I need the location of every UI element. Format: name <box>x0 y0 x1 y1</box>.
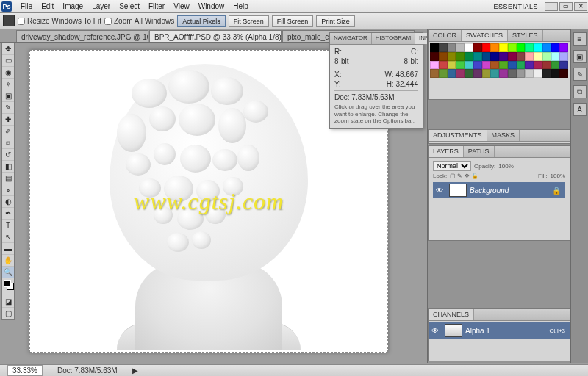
menu-select[interactable]: Select <box>115 1 144 12</box>
swatch[interactable] <box>499 43 508 52</box>
swatch[interactable] <box>517 43 526 52</box>
navigator-tab[interactable]: NAVIGATOR <box>330 33 372 44</box>
masks-tab[interactable]: MASKS <box>487 130 520 141</box>
swatch[interactable] <box>542 69 551 78</box>
swatch[interactable] <box>551 69 560 78</box>
window-minimize-button[interactable]: — <box>545 2 558 11</box>
swatch[interactable] <box>465 61 473 70</box>
swatch[interactable] <box>482 43 491 52</box>
stamp-tool[interactable]: ⧈ <box>2 137 14 149</box>
menu-file[interactable]: File <box>16 1 37 12</box>
adjustments-tab[interactable]: ADJUSTMENTS <box>429 130 487 141</box>
swatch[interactable] <box>508 61 517 70</box>
hand-tool[interactable]: ✋ <box>2 255 14 267</box>
swatch[interactable] <box>559 52 568 61</box>
swatch[interactable] <box>542 43 551 52</box>
swatch[interactable] <box>448 61 456 70</box>
eraser-tool[interactable]: ◧ <box>2 161 14 173</box>
marquee-tool[interactable]: ▭ <box>2 55 14 67</box>
type-tool[interactable]: T <box>2 220 14 231</box>
swatch[interactable] <box>482 61 491 70</box>
swatch[interactable] <box>456 69 465 78</box>
history-brush-tool[interactable]: ↺ <box>2 149 14 161</box>
swatch[interactable] <box>465 52 473 61</box>
pen-tool[interactable]: ✒ <box>2 208 14 220</box>
swatch[interactable] <box>525 43 534 52</box>
status-chevron-icon[interactable]: ▶ <box>132 366 138 375</box>
path-tool[interactable]: ↖ <box>2 231 14 243</box>
swatch[interactable] <box>490 69 499 78</box>
swatch[interactable] <box>508 43 517 52</box>
dodge-tool[interactable]: ◐ <box>2 196 14 208</box>
swatch[interactable] <box>456 61 465 70</box>
swatch[interactable] <box>430 52 439 61</box>
swatch[interactable] <box>473 52 482 61</box>
move-tool[interactable]: ✥ <box>2 43 14 55</box>
swatch[interactable] <box>456 52 465 61</box>
swatch[interactable] <box>542 61 551 70</box>
swatch[interactable] <box>482 52 491 61</box>
brush-panel-icon[interactable]: ✎ <box>573 68 587 81</box>
swatch[interactable] <box>534 61 542 70</box>
histogram-tab[interactable]: HISTOGRAM <box>372 33 415 44</box>
swatch[interactable] <box>534 69 542 78</box>
swatch[interactable] <box>473 61 482 70</box>
swatch[interactable] <box>439 43 448 52</box>
resize-windows-checkbox[interactable]: Resize Windows To Fit <box>18 17 101 25</box>
wand-tool[interactable]: ✧ <box>2 79 14 90</box>
swatch[interactable] <box>448 69 456 78</box>
visibility-icon[interactable]: 👁 <box>433 187 446 195</box>
actions-panel-icon[interactable]: ▣ <box>573 50 587 63</box>
layer-row-background[interactable]: 👁 Background 🔒 <box>433 182 565 198</box>
doc-tab-0[interactable]: driveway_shadow_reference.JPG @ 100% (RG… <box>16 30 148 42</box>
swatch[interactable] <box>456 43 465 52</box>
swatch[interactable] <box>534 52 542 61</box>
swatch[interactable] <box>439 69 448 78</box>
swatch[interactable] <box>499 52 508 61</box>
actual-pixels-button[interactable]: Actual Pixels <box>177 15 226 27</box>
swatches-grid[interactable] <box>429 42 570 79</box>
swatch[interactable] <box>430 43 439 52</box>
swatch[interactable] <box>525 52 534 61</box>
menu-image[interactable]: Image <box>58 1 87 12</box>
swatch[interactable] <box>499 61 508 70</box>
menu-window[interactable]: Window <box>194 1 229 12</box>
swatch[interactable] <box>473 69 482 78</box>
swatch[interactable] <box>430 69 439 78</box>
clone-panel-icon[interactable]: ⧉ <box>573 85 587 98</box>
history-panel-icon[interactable]: ≡ <box>573 32 587 46</box>
eyedropper-tool[interactable]: ✎ <box>2 102 14 114</box>
screenmode-toggle[interactable]: ▢ <box>2 308 14 319</box>
swatch[interactable] <box>559 43 568 52</box>
swatch[interactable] <box>517 52 526 61</box>
blur-tool[interactable]: ∘ <box>2 184 14 196</box>
swatch[interactable] <box>551 52 560 61</box>
blend-mode-select[interactable]: Normal <box>433 161 471 171</box>
window-close-button[interactable]: ✕ <box>574 2 587 11</box>
gradient-tool[interactable]: ▤ <box>2 173 14 184</box>
swatch[interactable] <box>559 69 568 78</box>
character-panel-icon[interactable]: A <box>573 103 587 116</box>
paths-tab[interactable]: PATHS <box>464 146 495 157</box>
visibility-icon[interactable]: 👁 <box>429 327 442 335</box>
crop-tool[interactable]: ▣ <box>2 90 14 102</box>
zoom-all-checkbox[interactable]: Zoom All Windows <box>104 17 174 25</box>
swatch[interactable] <box>465 69 473 78</box>
swatch[interactable] <box>439 61 448 70</box>
swatch[interactable] <box>430 61 439 70</box>
swatch[interactable] <box>473 43 482 52</box>
fit-screen-button[interactable]: Fit Screen <box>229 15 269 27</box>
info-panel[interactable]: NAVIGATOR HISTOGRAM INFO R:C: 8-bit8-bit… <box>329 32 423 129</box>
zoom-field[interactable]: 33.33% <box>7 365 43 376</box>
layers-tab[interactable]: LAYERS <box>429 146 464 157</box>
swatch[interactable] <box>517 61 526 70</box>
tool-preset-icon[interactable] <box>3 15 15 26</box>
swatch[interactable] <box>499 69 508 78</box>
swatch[interactable] <box>490 43 499 52</box>
swatch[interactable] <box>448 43 456 52</box>
swatch[interactable] <box>508 52 517 61</box>
swatch[interactable] <box>439 52 448 61</box>
swatch[interactable] <box>508 69 517 78</box>
window-maximize-button[interactable]: ▭ <box>559 2 573 11</box>
swatch[interactable] <box>517 69 526 78</box>
